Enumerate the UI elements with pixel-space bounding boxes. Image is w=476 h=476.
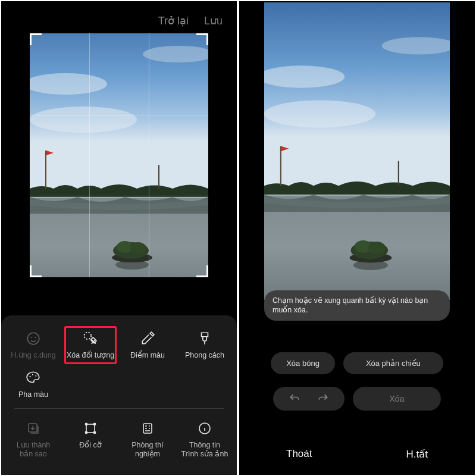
exit-button[interactable]: Thoát (262, 448, 336, 461)
undo-redo-group (273, 387, 345, 411)
eyedropper-icon (139, 330, 156, 347)
erase-options: Xóa bóng Xóa phản chiếu (239, 352, 475, 374)
tutorial-highlight (64, 326, 117, 364)
tool-label: Lưu thành bản sao (9, 441, 58, 458)
tool-label: Đổi cỡ (79, 441, 102, 449)
svg-point-25 (93, 424, 95, 425)
svg-rect-28 (143, 424, 152, 433)
photo-image (264, 2, 450, 300)
tool-erase-object[interactable]: Xóa đối tượng (62, 326, 119, 365)
tool-label: Phong cách (185, 351, 224, 359)
footer-actions: Thoát H.tất (239, 448, 475, 461)
tool-save-copy[interactable]: Lưu thành bản sao (5, 416, 62, 464)
svg-point-27 (93, 432, 95, 434)
tool-row-2: Lưu thành bản sao Đổi cỡ Phòng thí nghiệ… (4, 416, 234, 464)
svg-point-15 (31, 336, 32, 337)
erase-reflection-button[interactable]: Xóa phản chiếu (343, 352, 443, 374)
save-button[interactable]: Lưu (204, 14, 223, 27)
crop-handle-tr[interactable] (196, 33, 208, 45)
resize-icon (82, 419, 99, 437)
photo-image (30, 33, 208, 277)
delete-button[interactable]: Xóa (353, 387, 441, 411)
crop-handle-br[interactable] (196, 265, 208, 277)
tool-row-1: H.ứng c.dung Xóa đối tượng Điểm màu Ph (4, 326, 234, 405)
erase-shadow-button[interactable]: Xóa bóng (271, 352, 335, 374)
svg-point-14 (27, 333, 39, 345)
svg-rect-23 (86, 424, 95, 433)
redo-button[interactable] (317, 393, 329, 405)
undo-button[interactable] (289, 393, 300, 405)
divider (14, 408, 224, 409)
svg-point-21 (35, 375, 36, 377)
svg-point-26 (85, 432, 87, 434)
grid-line (30, 115, 208, 115)
done-button[interactable]: H.tất (383, 448, 452, 461)
screen-tools: Trở lại Lưu H.ứng c.dung Xóa (1, 1, 237, 475)
back-button[interactable]: Trở lại (158, 14, 189, 27)
tool-portrait-effect[interactable]: H.ứng c.dung (5, 326, 62, 365)
svg-point-19 (30, 376, 31, 377)
grid-line (149, 33, 149, 277)
tool-color-point[interactable]: Điểm màu (119, 326, 176, 365)
grid-line (89, 33, 90, 277)
crop-handle-bl[interactable] (30, 265, 42, 277)
brush-icon (196, 330, 214, 347)
svg-point-16 (35, 336, 36, 337)
info-icon (196, 419, 214, 437)
editor-header: Trở lại Lưu (1, 1, 237, 33)
save-copy-icon (24, 419, 42, 437)
tool-label: Điểm màu (130, 351, 165, 359)
face-icon (24, 330, 42, 347)
tool-style[interactable]: Phong cách (176, 326, 233, 365)
svg-point-20 (32, 374, 33, 375)
tool-info[interactable]: Thông tin Trình sửa ảnh (176, 416, 233, 464)
hint-tooltip: Chạm hoặc vẽ xung quanh bất kỳ vật nào b… (264, 290, 450, 321)
tool-label: Thông tin Trình sửa ảnh (180, 441, 229, 458)
photo-canvas[interactable] (30, 33, 208, 277)
tool-label: Pha màu (18, 390, 48, 399)
svg-point-24 (85, 424, 87, 425)
grid-line (30, 196, 208, 196)
tool-panel: H.ứng c.dung Xóa đối tượng Điểm màu Ph (1, 315, 237, 475)
photo-canvas[interactable] (264, 2, 450, 300)
crop-handle-tl[interactable] (30, 33, 42, 45)
tool-labs[interactable]: Phòng thí nghiệm (119, 416, 176, 464)
tool-color-mix[interactable]: Pha màu (5, 365, 62, 405)
tool-label: H.ứng c.dung (11, 351, 55, 359)
labs-icon (139, 419, 156, 437)
tool-resize[interactable]: Đổi cỡ (62, 416, 119, 464)
tool-label: Phòng thí nghiệm (123, 441, 172, 458)
screen-erase-object: Chạm hoặc vẽ xung quanh bất kỳ vật nào b… (239, 1, 475, 475)
undo-redo-row: Xóa (239, 387, 475, 411)
palette-icon (24, 369, 42, 387)
